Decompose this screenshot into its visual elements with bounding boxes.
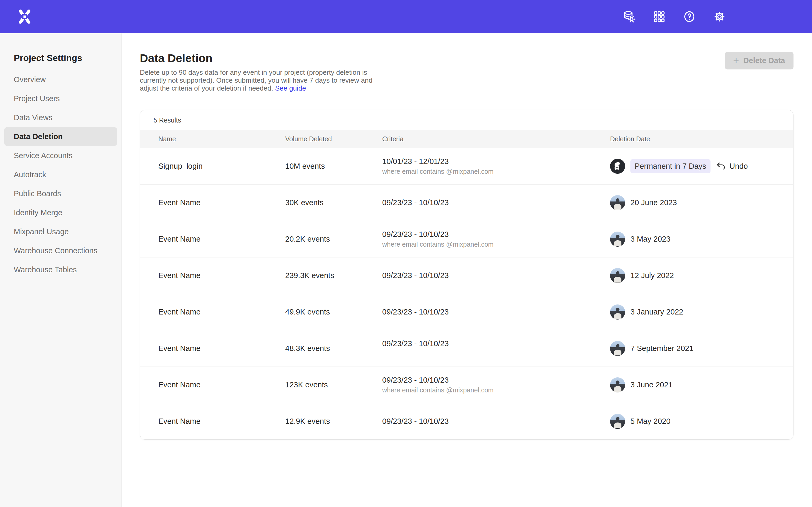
row-volume: 20.2K events bbox=[285, 235, 382, 243]
sidebar-item-identity-merge[interactable]: Identity Merge bbox=[4, 203, 117, 222]
row-criteria: 09/23/23 - 10/10/23 bbox=[382, 271, 610, 280]
row-criteria-range: 09/23/23 - 10/10/23 bbox=[382, 198, 610, 207]
row-criteria-subtext: where email contains @mixpanel.com bbox=[382, 240, 610, 248]
table-row: Event Name 12.9K events 09/23/23 - 10/10… bbox=[140, 403, 793, 439]
row-volume: 239.3K events bbox=[285, 271, 382, 280]
deletion-date-text: 20 June 2023 bbox=[630, 198, 677, 207]
row-name: Event Name bbox=[158, 271, 285, 280]
undo-label: Undo bbox=[729, 162, 748, 171]
row-criteria: 09/23/23 - 10/10/23 where email contains… bbox=[382, 230, 610, 248]
sidebar-item-label: Warehouse Tables bbox=[14, 265, 77, 274]
row-deletion-date: 20 June 2023 bbox=[610, 195, 777, 210]
row-criteria: 09/23/23 - 10/10/23 bbox=[382, 417, 610, 426]
sidebar-item-service-accounts[interactable]: Service Accounts bbox=[4, 146, 117, 165]
plus-icon: + bbox=[733, 56, 739, 66]
sidebar-title: Project Settings bbox=[14, 53, 121, 63]
sidebar-item-label: Public Boards bbox=[14, 189, 61, 198]
table-body: Signup_login 10M events 10/01/23 - 12/01… bbox=[140, 148, 793, 439]
row-criteria: 09/23/23 - 10/10/23 bbox=[382, 339, 610, 357]
row-name: Event Name bbox=[158, 307, 285, 316]
row-criteria: 09/23/23 - 10/10/23 where email contains… bbox=[382, 376, 610, 394]
row-criteria-range: 09/23/23 - 10/10/23 bbox=[382, 307, 610, 316]
sidebar-item-public-boards[interactable]: Public Boards bbox=[4, 184, 117, 203]
row-criteria-subtext: where email contains @mixpanel.com bbox=[382, 386, 610, 394]
undo-button[interactable]: Undo bbox=[716, 161, 748, 171]
deletion-table-card: 5 Results Name Volume Deleted Criteria D… bbox=[140, 110, 794, 440]
user-avatar bbox=[610, 268, 625, 283]
column-header-name: Name bbox=[158, 135, 285, 143]
row-volume: 12.9K events bbox=[285, 417, 382, 426]
sidebar-item-project-users[interactable]: Project Users bbox=[4, 89, 117, 108]
delete-data-button-label: Delete Data bbox=[743, 56, 785, 65]
deletion-date-text: 3 May 2023 bbox=[630, 235, 671, 243]
table-row: Event Name 123K events 09/23/23 - 10/10/… bbox=[140, 367, 793, 403]
sidebar-item-label: Data Deletion bbox=[14, 132, 63, 141]
row-name: Event Name bbox=[158, 344, 285, 353]
settings-icon[interactable] bbox=[713, 10, 726, 23]
table-row: Signup_login 10M events 10/01/23 - 12/01… bbox=[140, 148, 793, 184]
sidebar-item-data-views[interactable]: Data Views bbox=[4, 108, 117, 127]
row-volume: 30K events bbox=[285, 198, 382, 207]
row-deletion-date: Permanent in 7 Days Undo bbox=[610, 159, 779, 174]
table-row: Event Name 48.3K events 09/23/23 - 10/10… bbox=[140, 330, 793, 367]
delete-data-button[interactable]: + Delete Data bbox=[725, 52, 794, 69]
sidebar-item-overview[interactable]: Overview bbox=[4, 70, 117, 89]
navbar-icons bbox=[623, 10, 812, 23]
sidebar-item-label: Autotrack bbox=[14, 170, 46, 179]
sidebar-item-label: Identity Merge bbox=[14, 208, 62, 217]
deletion-date-text: 3 January 2022 bbox=[630, 307, 683, 316]
row-criteria: 09/23/23 - 10/10/23 bbox=[382, 198, 610, 207]
sidebar-item-autotrack[interactable]: Autotrack bbox=[4, 165, 117, 184]
sidebar-nav-list: Overview Project Users Data Views Data D… bbox=[0, 70, 121, 279]
row-deletion-date: 3 May 2023 bbox=[610, 232, 777, 247]
row-volume: 48.3K events bbox=[285, 344, 382, 353]
row-deletion-date: 3 June 2021 bbox=[610, 377, 777, 392]
row-deletion-date: 7 September 2021 bbox=[610, 341, 777, 356]
mixpanel-logo[interactable] bbox=[17, 9, 32, 24]
user-avatar bbox=[610, 195, 625, 210]
table-row: Event Name 30K events 09/23/23 - 10/10/2… bbox=[140, 184, 793, 221]
table-row: Event Name 20.2K events 09/23/23 - 10/10… bbox=[140, 221, 793, 257]
row-criteria: 10/01/23 - 12/01/23 where email contains… bbox=[382, 157, 610, 175]
row-name: Event Name bbox=[158, 235, 285, 243]
column-header-deletion-date: Deletion Date bbox=[610, 135, 793, 143]
user-avatar bbox=[610, 377, 625, 392]
data-management-icon[interactable] bbox=[623, 10, 636, 23]
row-deletion-date: 3 January 2022 bbox=[610, 304, 777, 320]
user-avatar bbox=[610, 159, 625, 174]
sidebar-item-label: Project Users bbox=[14, 94, 60, 103]
deletion-date-text: 3 June 2021 bbox=[630, 381, 673, 389]
page-title: Data Deletion bbox=[140, 52, 794, 65]
table-header-row: Name Volume Deleted Criteria Deletion Da… bbox=[140, 130, 793, 148]
see-guide-link[interactable]: See guide bbox=[275, 84, 306, 92]
sidebar-item-warehouse-tables[interactable]: Warehouse Tables bbox=[4, 260, 117, 279]
sidebar-item-label: Mixpanel Usage bbox=[14, 227, 69, 236]
settings-sidebar: Project Settings Overview Project Users … bbox=[0, 33, 121, 507]
page-description: Delete up to 90 days data for any event … bbox=[140, 68, 373, 92]
deletion-date-text: 12 July 2022 bbox=[630, 271, 674, 280]
sidebar-item-label: Overview bbox=[14, 75, 46, 84]
row-criteria-range: 09/23/23 - 10/10/23 bbox=[382, 271, 610, 280]
row-deletion-date: 5 May 2020 bbox=[610, 414, 777, 429]
sidebar-item-label: Data Views bbox=[14, 113, 52, 122]
row-criteria-subtext bbox=[382, 350, 610, 357]
row-name: Event Name bbox=[158, 417, 285, 426]
row-criteria: 09/23/23 - 10/10/23 bbox=[382, 307, 610, 316]
top-navbar bbox=[0, 0, 812, 33]
row-volume: 123K events bbox=[285, 381, 382, 389]
help-icon[interactable] bbox=[683, 10, 696, 23]
table-row: Event Name 49.9K events 09/23/23 - 10/10… bbox=[140, 294, 793, 330]
user-avatar bbox=[610, 414, 625, 429]
user-avatar bbox=[610, 341, 625, 356]
apps-grid-icon[interactable] bbox=[653, 10, 666, 23]
row-criteria-range: 09/23/23 - 10/10/23 bbox=[382, 230, 610, 239]
column-header-criteria: Criteria bbox=[382, 135, 610, 143]
sidebar-item-mixpanel-usage[interactable]: Mixpanel Usage bbox=[4, 222, 117, 241]
row-criteria-range: 10/01/23 - 12/01/23 bbox=[382, 157, 610, 166]
sidebar-item-warehouse-connections[interactable]: Warehouse Connections bbox=[4, 241, 117, 260]
row-name: Signup_login bbox=[158, 162, 285, 171]
row-name: Event Name bbox=[158, 381, 285, 389]
sidebar-item-data-deletion[interactable]: Data Deletion bbox=[4, 127, 117, 146]
main-content: Data Deletion Delete up to 90 days data … bbox=[121, 33, 812, 507]
page-description-text: Delete up to 90 days data for any event … bbox=[140, 68, 372, 92]
